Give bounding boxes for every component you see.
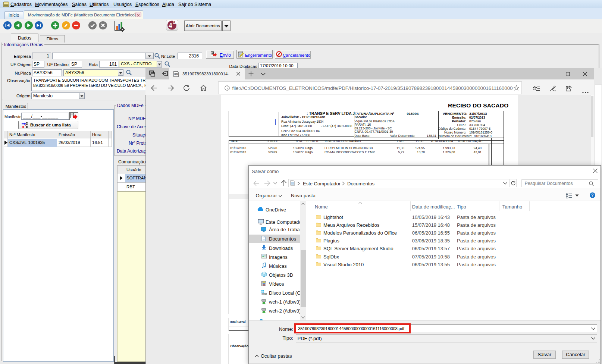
svg-text:PDF: PDF [175, 73, 178, 75]
svg-text:S: S [173, 20, 176, 25]
svg-text:4: 4 [169, 21, 172, 29]
